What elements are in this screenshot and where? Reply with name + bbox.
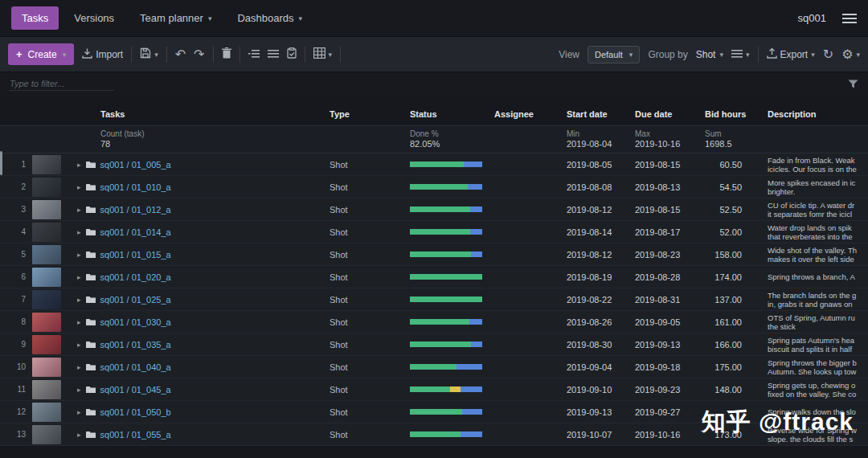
thumbnail[interactable] (32, 358, 61, 377)
folder-icon (86, 251, 96, 259)
thumbnail[interactable] (32, 380, 61, 399)
thumbnail[interactable] (32, 200, 61, 219)
table-row[interactable]: 4 ▸ sq001 / 01_014_a Shot 2019-08-14 201… (0, 221, 868, 243)
column-header-bid-hours[interactable]: Bid hours (705, 109, 768, 119)
task-link[interactable]: sq001 / 01_025_a (100, 295, 171, 305)
task-link[interactable]: sq001 / 01_014_a (100, 227, 171, 237)
task-link[interactable]: sq001 / 01_012_a (100, 205, 171, 215)
task-link[interactable]: sq001 / 01_045_a (100, 385, 171, 395)
expand-arrow-icon[interactable]: ▸ (77, 183, 81, 191)
table-row[interactable]: 7 ▸ sq001 / 01_025_a Shot 2019-08-22 201… (0, 288, 868, 311)
thumbnail[interactable] (32, 313, 61, 332)
table-row[interactable]: 3 ▸ sq001 / 01_012_a Shot 2019-08-12 201… (0, 198, 868, 221)
summary-count-label: Count (task) (100, 129, 330, 138)
task-link[interactable]: sq001 / 01_055_a (100, 430, 171, 440)
thumbnail[interactable] (32, 403, 61, 422)
nav-tab-dashboards[interactable]: Dashboards ▾ (227, 6, 313, 30)
create-label: Create (28, 49, 57, 60)
thumbnail[interactable] (32, 290, 61, 309)
view-select[interactable]: Default ▾ (588, 46, 640, 63)
hamburger-menu-icon[interactable] (842, 13, 857, 24)
chevron-down-icon: ▾ (719, 51, 723, 59)
save-button[interactable]: ▾ (140, 47, 158, 61)
expand-arrow-icon[interactable]: ▸ (77, 363, 81, 371)
expand-arrow-icon[interactable]: ▸ (77, 296, 81, 304)
thumbnail[interactable] (32, 178, 61, 197)
indent-view-button[interactable] (248, 47, 260, 61)
table-row[interactable]: 13 ▸ sq001 / 01_055_a Shot 2019-10-07 20… (0, 423, 868, 446)
task-link[interactable]: sq001 / 01_010_a (100, 182, 171, 192)
task-link[interactable]: sq001 / 01_005_a (100, 160, 171, 170)
expand-arrow-icon[interactable]: ▸ (77, 251, 81, 259)
undo-button[interactable]: ↶ (175, 48, 186, 61)
table-row[interactable]: 5 ▸ sq001 / 01_015_a Shot 2019-08-12 201… (0, 243, 868, 266)
column-header-status[interactable]: Status (410, 109, 494, 119)
filter-funnel-icon[interactable] (848, 77, 858, 92)
expand-arrow-icon[interactable]: ▸ (77, 206, 81, 214)
nav-tab-tasks[interactable]: Tasks (11, 6, 59, 30)
delete-button[interactable] (222, 47, 231, 61)
row-number: 1 (0, 160, 32, 169)
table-row[interactable]: 12 ▸ sq001 / 01_050_b Shot 2019-09-13 20… (0, 401, 868, 423)
expand-arrow-icon[interactable]: ▸ (77, 408, 81, 416)
column-header-tasks[interactable]: Tasks (0, 109, 330, 119)
thumbnail[interactable] (32, 425, 61, 444)
folder-icon (86, 318, 96, 326)
redo-button[interactable]: ↷ (194, 48, 204, 61)
task-link[interactable]: sq001 / 01_020_a (100, 272, 171, 282)
progress-segment (410, 386, 450, 392)
settings-button[interactable]: ⚙ ▾ (841, 48, 860, 61)
table-row[interactable]: 6 ▸ sq001 / 01_020_a Shot 2019-08-19 201… (0, 266, 868, 288)
thumbnail[interactable] (32, 245, 61, 264)
table-row[interactable]: 8 ▸ sq001 / 01_030_a Shot 2019-08-26 201… (0, 311, 868, 333)
column-header-start-date[interactable]: Start date (567, 109, 635, 119)
refresh-button[interactable]: ↻ (823, 48, 833, 61)
table-row[interactable]: 10 ▸ sq001 / 01_040_a Shot 2019-09-04 20… (0, 356, 868, 378)
table-row[interactable]: 2 ▸ sq001 / 01_010_a Shot 2019-08-08 201… (0, 176, 868, 198)
expand-arrow-icon[interactable]: ▸ (77, 161, 81, 169)
summary-row: Count (task) 78 Done % 82.05% Min 2019-0… (0, 125, 868, 153)
task-name-cell: ▸ sq001 / 01_005_a (77, 160, 330, 170)
tasks-checklist-button[interactable] (287, 47, 297, 61)
column-header-description[interactable]: Description (768, 109, 868, 119)
thumbnail[interactable] (32, 335, 61, 354)
thumbnail[interactable] (32, 268, 61, 287)
table-row[interactable]: 11 ▸ sq001 / 01_045_a Shot 2019-09-10 20… (0, 378, 868, 401)
vertical-scrollbar[interactable] (0, 151, 2, 175)
nav-tab-team-planner[interactable]: Team planner ▾ (129, 6, 222, 30)
spreadsheet-view-button[interactable]: ▾ (313, 47, 333, 61)
table-row[interactable]: 1 ▸ sq001 / 01_005_a Shot 2019-08-05 201… (0, 153, 868, 176)
thumbnail[interactable] (32, 155, 61, 174)
column-header-assignee[interactable]: Assignee (494, 109, 567, 119)
task-link[interactable]: sq001 / 01_050_b (100, 407, 171, 417)
expand-arrow-icon[interactable]: ▸ (77, 228, 81, 236)
column-header-due-date[interactable]: Due date (635, 109, 705, 119)
export-icon (767, 47, 777, 61)
table-row[interactable]: 9 ▸ sq001 / 01_035_a Shot 2019-08-30 201… (0, 333, 868, 356)
progress-segment (464, 162, 482, 167)
clipboard-check-icon (287, 47, 297, 61)
task-link[interactable]: sq001 / 01_035_a (100, 340, 171, 350)
expand-arrow-icon[interactable]: ▸ (77, 318, 81, 326)
progress-bar (410, 162, 482, 167)
filter-input[interactable] (10, 79, 114, 91)
flat-list-button[interactable] (268, 47, 279, 61)
import-button[interactable]: Import (82, 47, 123, 61)
column-header-type[interactable]: Type (330, 109, 410, 119)
task-link[interactable]: sq001 / 01_040_a (100, 362, 171, 372)
task-link[interactable]: sq001 / 01_030_a (100, 317, 171, 327)
export-button[interactable]: Export ▾ (767, 47, 815, 61)
expand-arrow-icon[interactable]: ▸ (77, 273, 81, 281)
due-date-cell: 2019-08-15 (635, 160, 705, 170)
create-button[interactable]: + Create ▾ (8, 43, 74, 65)
group-by-select[interactable]: Shot ▾ (696, 49, 723, 60)
list-options-button[interactable]: ▾ (731, 47, 750, 61)
type-cell: Shot (330, 362, 410, 372)
thumbnail[interactable] (32, 223, 61, 242)
expand-arrow-icon[interactable]: ▸ (77, 386, 81, 394)
expand-arrow-icon[interactable]: ▸ (77, 431, 81, 439)
chevron-down-icon: ▾ (746, 51, 750, 59)
task-link[interactable]: sq001 / 01_015_a (100, 250, 171, 260)
expand-arrow-icon[interactable]: ▸ (77, 341, 81, 349)
nav-tab-versions[interactable]: Versions (63, 6, 125, 30)
